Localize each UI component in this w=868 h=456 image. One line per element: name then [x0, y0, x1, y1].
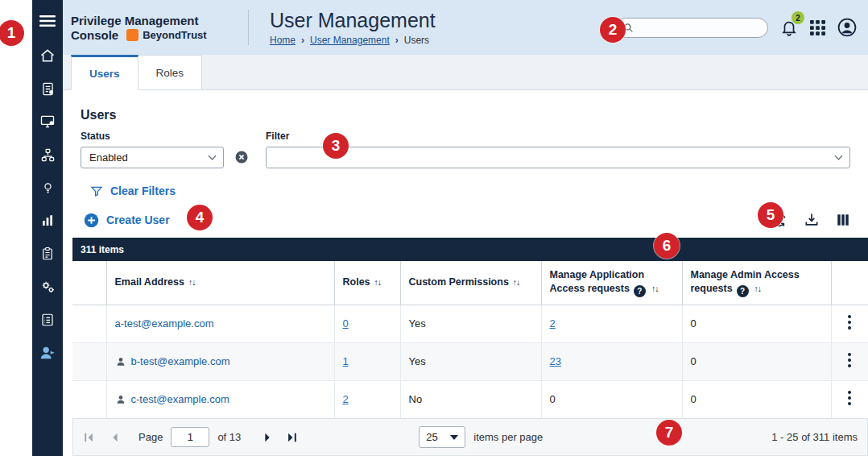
- annotation-callout-7: 7: [656, 420, 682, 446]
- chevron-down-icon: [209, 152, 217, 160]
- events-icon[interactable]: [37, 80, 58, 97]
- top-actions: 2: [615, 18, 868, 38]
- table-row: b-test@example.com 1 Yes 23 0: [72, 342, 868, 380]
- sort-icon[interactable]: ↑↓: [188, 277, 196, 287]
- main-area: Privilege Management Console BeyondTrust…: [63, 0, 868, 456]
- column-header-admin-requests[interactable]: Manage Admin Access requests?↑↓: [682, 261, 831, 305]
- row-actions-kebab-icon[interactable]: [841, 387, 858, 412]
- annotation-callout-4: 4: [187, 205, 213, 230]
- app-window: Privilege Management Console BeyondTrust…: [0, 0, 868, 456]
- reports-icon[interactable]: [37, 245, 58, 263]
- admin-requests-value: 0: [691, 317, 696, 330]
- custom-permissions-value: Yes: [409, 355, 426, 367]
- policies-icon[interactable]: [37, 179, 58, 197]
- user-avatar-icon[interactable]: [837, 18, 857, 37]
- computers-icon[interactable]: [37, 113, 58, 131]
- breadcrumb-home-link[interactable]: Home: [270, 35, 296, 46]
- select-cell: [72, 380, 106, 418]
- pagination-range: 1 - 25 of 311 items: [771, 431, 858, 443]
- sort-icon[interactable]: ↑↓: [651, 284, 659, 293]
- notification-badge: 2: [792, 11, 804, 24]
- table-row: a-test@example.com 0 Yes 2 0: [72, 305, 868, 342]
- roles-count-link[interactable]: 0: [343, 317, 349, 330]
- notifications-button[interactable]: 2: [780, 19, 798, 36]
- help-icon[interactable]: ?: [634, 285, 646, 297]
- pagination-bar: Page of 13 25 items per page 1 - 25 of 3…: [72, 418, 868, 456]
- items-per-page-value: 25: [426, 431, 437, 443]
- status-select[interactable]: Enabled: [81, 147, 224, 168]
- tab-users[interactable]: Users: [71, 55, 138, 90]
- select-cell: [72, 342, 106, 380]
- column-header-custom-permissions[interactable]: Custom Permissions↑↓: [400, 261, 541, 305]
- items-per-page-select[interactable]: 25: [419, 426, 465, 448]
- home-icon[interactable]: [37, 47, 58, 64]
- search-box[interactable]: [615, 18, 768, 38]
- header-divider: [248, 10, 249, 45]
- search-input[interactable]: [639, 22, 760, 33]
- help-icon[interactable]: ?: [737, 285, 749, 297]
- download-icon[interactable]: [804, 212, 820, 228]
- annotation-callout-2: 2: [600, 17, 626, 43]
- top-bar: Privilege Management Console BeyondTrust…: [63, 0, 868, 55]
- beyondtrust-logo: BeyondTrust: [126, 29, 206, 41]
- chevron-down-icon: [835, 152, 843, 160]
- user-type-icon: [115, 356, 126, 367]
- previous-page-icon[interactable]: [110, 432, 121, 443]
- app-title-line1: Privilege Management: [71, 13, 248, 29]
- row-actions-kebab-icon[interactable]: [841, 311, 858, 336]
- clear-status-icon[interactable]: [234, 150, 249, 164]
- row-actions-kebab-icon[interactable]: [841, 349, 858, 374]
- page-heading-block: User Management Home › User Management ›…: [270, 9, 436, 46]
- apps-grid-icon[interactable]: [810, 20, 825, 35]
- items-per-page-label: items per page: [473, 431, 543, 443]
- next-page-icon[interactable]: [262, 432, 273, 443]
- app-requests-link[interactable]: 2: [550, 317, 556, 330]
- status-label: Status: [81, 131, 224, 142]
- analytics-icon[interactable]: [37, 212, 58, 230]
- sort-icon[interactable]: ↑↓: [374, 277, 382, 287]
- email-link[interactable]: a-test@example.com: [115, 317, 214, 330]
- email-link[interactable]: b-test@example.com: [131, 355, 230, 367]
- beyondtrust-logo-text: BeyondTrust: [143, 29, 206, 41]
- hamburger-menu-icon[interactable]: [38, 13, 57, 29]
- select-column-header: [72, 261, 106, 305]
- users-table: Email Address↑↓ Roles↑↓ Custom Permissio…: [72, 261, 868, 419]
- page-number-input[interactable]: [171, 427, 209, 447]
- actions-column-header: [831, 261, 868, 305]
- annotation-callout-5: 5: [758, 202, 783, 228]
- user-type-icon: [115, 394, 126, 405]
- breadcrumb: Home › User Management › Users: [270, 35, 436, 46]
- column-header-roles[interactable]: Roles↑↓: [334, 261, 400, 305]
- roles-count-link[interactable]: 2: [343, 393, 349, 405]
- column-header-app-requests[interactable]: Manage Application Access requests?↑↓: [541, 261, 682, 305]
- create-user-button[interactable]: Create User: [84, 213, 170, 228]
- roles-count-link[interactable]: 1: [343, 355, 349, 367]
- status-select-value: Enabled: [89, 151, 128, 164]
- auditing-icon[interactable]: [37, 311, 58, 329]
- sidebar-nav: [37, 47, 58, 362]
- breadcrumb-user-management-link[interactable]: User Management: [310, 35, 390, 46]
- items-count: 311 items: [81, 244, 124, 255]
- column-header-email[interactable]: Email Address↑↓: [106, 261, 334, 305]
- user-management-icon[interactable]: [37, 344, 58, 362]
- status-field: Status Enabled: [81, 131, 224, 168]
- admin-requests-value: 0: [691, 393, 696, 405]
- filter-field: Filter: [266, 131, 850, 168]
- custom-permissions-value: Yes: [409, 317, 426, 330]
- first-page-icon[interactable]: [83, 432, 95, 443]
- sort-icon[interactable]: ↑↓: [513, 277, 520, 287]
- columns-icon[interactable]: [836, 213, 850, 227]
- sort-icon[interactable]: ↑↓: [754, 284, 762, 293]
- computer-groups-icon[interactable]: [37, 146, 58, 164]
- app-requests-link[interactable]: 23: [550, 355, 561, 367]
- clear-filters-button[interactable]: Clear Filters: [90, 184, 176, 197]
- page-title: User Management: [270, 9, 436, 32]
- configuration-icon[interactable]: [37, 278, 58, 296]
- sidebar: [32, 0, 63, 456]
- app-title-line2: Console: [71, 28, 118, 42]
- email-link[interactable]: c-test@example.com: [131, 393, 229, 405]
- last-page-icon[interactable]: [286, 432, 298, 443]
- tab-roles[interactable]: Roles: [138, 55, 203, 90]
- plus-circle-icon: [84, 213, 99, 228]
- filter-select[interactable]: [266, 147, 850, 168]
